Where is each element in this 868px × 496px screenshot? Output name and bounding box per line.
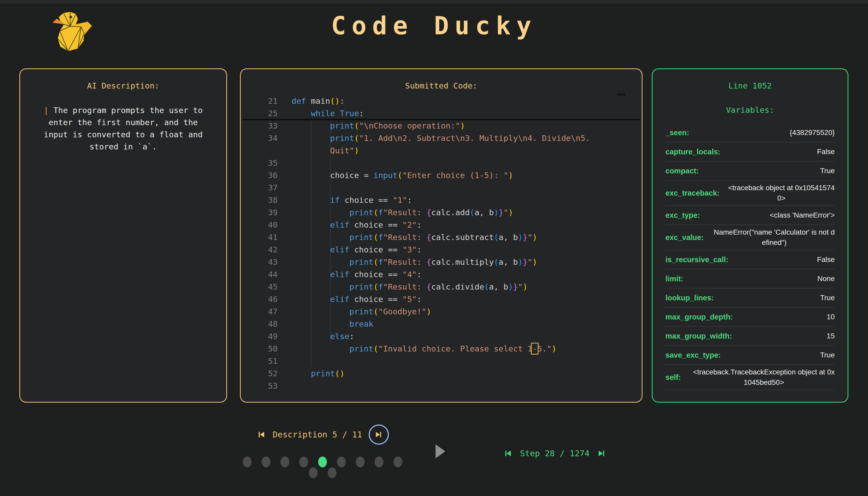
description-dot[interactable] — [281, 456, 289, 467]
variable-name: max_group_depth: — [665, 313, 733, 321]
code-line: 25 while True: — [241, 107, 642, 120]
description-dot[interactable] — [337, 456, 346, 467]
code-text: else: — [291, 330, 354, 342]
code-line: 36 choice = input("Enter choice (1-5): "… — [241, 169, 642, 182]
description-body: | The program prompts the user toenter t… — [20, 104, 226, 153]
description-dot[interactable] — [375, 456, 383, 467]
code-text: print(f"Result: {calc.multiply(a, b)}") — [291, 256, 537, 268]
description-dot[interactable] — [394, 456, 402, 467]
description-dot[interactable] — [328, 467, 336, 478]
variable-row: exc_type:<class 'NameError'> — [665, 206, 835, 225]
variable-row: save_exc_type:True — [665, 346, 835, 365]
line-number: 53 — [241, 379, 278, 392]
code-line: Quit") — [241, 144, 642, 157]
code-line: 48 break — [241, 318, 642, 330]
variable-row: max_group_depth:10 — [665, 308, 835, 327]
line-number: 34 — [241, 132, 278, 144]
variable-value: 15 — [827, 331, 835, 341]
description-line: enter the first number, and the — [20, 117, 226, 128]
variable-row: max_group_width:15 — [665, 327, 835, 346]
code-line: 35 — [241, 157, 642, 169]
line-number: 44 — [241, 268, 278, 280]
variable-name: exc_value: — [665, 233, 704, 242]
line-number: 48 — [241, 318, 278, 330]
variables-list: _seen:{4382975520}capture_locals:Falseco… — [665, 123, 835, 390]
line-number: 40 — [241, 219, 278, 231]
step-next-button[interactable] — [597, 449, 606, 458]
line-number: 52 — [241, 367, 278, 379]
variable-value: True — [820, 293, 835, 303]
code-text: elif choice == "3": — [291, 243, 422, 256]
code-text: choice = input("Enter choice (1-5): ") — [291, 169, 513, 182]
line-number: 46 — [241, 293, 278, 305]
code-text: elif choice == "5": — [291, 293, 422, 305]
variable-value: False — [817, 254, 835, 265]
code-line: 51 — [241, 355, 642, 367]
variable-name: save_exc_type: — [665, 351, 721, 359]
step-prev-button[interactable] — [503, 449, 513, 458]
description-dot-active[interactable] — [318, 456, 327, 467]
code-text: def main(): — [291, 95, 345, 107]
line-number: 43 — [241, 256, 278, 268]
variable-name: _seen: — [665, 128, 689, 137]
description-dots-row-1 — [237, 456, 408, 467]
variables-panel: Line 1052 Variables: _seen:{4382975520}c… — [652, 68, 848, 403]
description-dot[interactable] — [356, 456, 365, 467]
play-button[interactable] — [436, 444, 446, 458]
code-text: Quit") — [291, 144, 359, 157]
code-line: 38 if choice == "1": — [241, 194, 642, 206]
code-line: 49 else: — [241, 330, 642, 342]
variable-value: <traceback object at 0x10541574 0> — [728, 183, 835, 203]
code-line: 52 print() — [241, 367, 642, 379]
line-number: 42 — [241, 243, 278, 256]
skip-previous-icon — [256, 430, 266, 439]
app-title: Code Ducky — [0, 2, 868, 49]
line-number: 21 — [241, 95, 278, 107]
code-text: print(f"Result: {calc.divide(a, b)}") — [291, 280, 528, 293]
line-number: 35 — [241, 157, 278, 169]
code-line: 42 elif choice == "3": — [241, 243, 642, 256]
ai-description-title: AI Description: — [20, 69, 226, 90]
quote-marker: | — [44, 106, 53, 115]
line-number: 47 — [241, 305, 278, 318]
description-dot[interactable] — [243, 456, 252, 467]
variable-name: compact: — [665, 167, 699, 175]
line-number: 37 — [241, 182, 278, 194]
description-line: stored in `a`. — [20, 141, 226, 153]
variable-value: True — [820, 350, 835, 360]
variable-name: capture_locals: — [665, 148, 721, 156]
description-dot[interactable] — [262, 456, 270, 467]
current-line-header: Line 1052 — [652, 69, 848, 90]
variable-value: NameError("name 'Calculator' is not d ef… — [714, 227, 835, 248]
code-line: 40 elif choice == "2": — [241, 219, 642, 231]
ai-description-panel: AI Description: | The program prompts th… — [19, 68, 227, 403]
variable-value: False — [817, 146, 835, 157]
variables-title: Variables: — [652, 105, 848, 114]
variable-value: 10 — [827, 312, 835, 322]
code-line: 37 — [241, 182, 642, 194]
code-line: 39 print(f"Result: {calc.add(a, b)}") — [241, 206, 642, 219]
line-number — [241, 144, 278, 157]
variable-name: exc_type: — [665, 211, 700, 220]
description-nav: Description 5 / 11 — [232, 422, 413, 447]
submitted-code-title: Submitted Code: — [241, 69, 642, 90]
variable-row: limit:None — [665, 269, 835, 289]
line-number: 36 — [241, 169, 278, 182]
variable-value: None — [817, 274, 835, 284]
code-text: print(f"Result: {calc.add(a, b)}") — [291, 206, 513, 219]
description-prev-button[interactable] — [256, 430, 266, 439]
variable-row: exc_traceback:<traceback object at 0x105… — [665, 181, 835, 206]
code-text: print("Goodbye!") — [291, 305, 431, 318]
variable-row: is_recursive_call:False — [665, 250, 835, 269]
description-line: input is converted to a float and — [20, 128, 226, 141]
code-line: 21def main(): — [241, 95, 642, 107]
code-line: 44 elif choice == "4": — [241, 268, 642, 280]
line-number: 49 — [241, 330, 278, 342]
description-dot[interactable] — [299, 456, 308, 467]
variable-row: lookup_lines:True — [665, 289, 835, 308]
line-number: 41 — [241, 231, 278, 243]
variable-value: {4382975520} — [790, 127, 835, 138]
description-next-button[interactable] — [369, 424, 389, 445]
description-dot[interactable] — [309, 467, 318, 478]
variable-row: compact:True — [665, 161, 835, 181]
